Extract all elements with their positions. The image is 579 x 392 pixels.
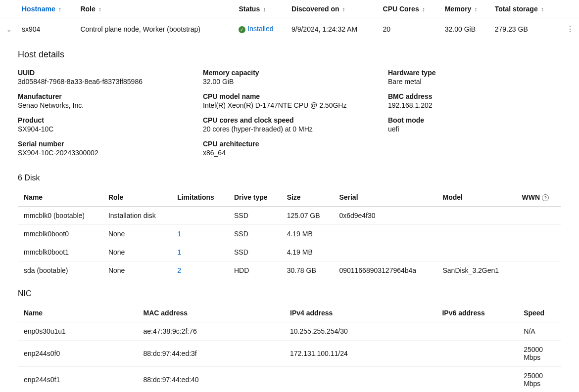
nic-col-speed: Speed	[518, 304, 561, 322]
disk-drivetype-cell: SSD	[228, 243, 281, 261]
disk-wwn-cell	[516, 207, 561, 225]
disk-col-size: Size	[281, 188, 334, 207]
bootmode-value: uefi	[388, 125, 561, 133]
disk-col-serial: Serial	[333, 188, 436, 207]
disk-wwn-cell	[516, 261, 561, 280]
uuid-value: 3d05848f-7968-8a33-8ea6-f8373ff85986	[18, 78, 191, 86]
disk-size-cell: 30.78 GB	[281, 261, 334, 280]
table-row: sda (bootable)None2HDD30.78 GB0901166890…	[18, 261, 561, 280]
nic-mac-cell: ae:47:38:9c:2f:76	[138, 322, 284, 341]
disk-serial-cell	[333, 243, 436, 261]
disk-drivetype-cell: SSD	[228, 225, 281, 243]
cpumodel-value: Intel(R) Xeon(R) D-1747NTE CPU @ 2.50GHz	[203, 101, 376, 109]
cpu-cell: 20	[379, 18, 441, 40]
disk-limitations-cell: 1	[171, 225, 228, 243]
col-cpu[interactable]: CPU Cores↕	[379, 0, 441, 18]
host-row: ⌄ sx904 Control plane node, Worker (boot…	[0, 18, 579, 40]
chevron-down-icon[interactable]: ⌄	[6, 26, 11, 33]
disk-name-cell: mmcblk0boot1	[18, 243, 102, 261]
table-row: enp244s0f088:dc:97:44:ed:3f172.131.100.1…	[18, 341, 561, 367]
limitation-link[interactable]: 1	[177, 248, 181, 256]
table-row: enp0s30u1u1ae:47:38:9c:2f:7610.255.255.2…	[18, 322, 561, 341]
nic-ipv4-cell: 10.255.255.254/30	[284, 322, 436, 341]
cpucores-label: CPU cores and clock speed	[203, 116, 376, 124]
nic-name-cell: enp0s30u1u1	[18, 322, 138, 341]
sort-asc-icon: ↑	[58, 6, 61, 13]
product-label: Product	[18, 116, 191, 124]
hwtype-value: Bare metal	[388, 78, 561, 86]
col-role[interactable]: Role↕	[76, 0, 235, 18]
nic-mac-cell: 88:dc:97:44:ed:3f	[138, 341, 284, 367]
memcap-label: Memory capacity	[203, 69, 376, 77]
serial-label: Serial number	[18, 140, 191, 148]
bootmode-label: Boot mode	[388, 116, 561, 124]
nic-ipv6-cell	[436, 341, 518, 367]
table-row: mmcblk0boot0None1SSD4.19 MB	[18, 225, 561, 243]
bmc-value: 192.168.1.202	[388, 101, 561, 109]
status-cell: ✓Installed	[235, 18, 288, 40]
cpuarch-label: CPU architecture	[203, 140, 376, 148]
disk-serial-cell	[333, 225, 436, 243]
col-discovered[interactable]: Discovered on↕	[288, 0, 379, 18]
col-memory[interactable]: Memory↕	[441, 0, 491, 18]
product-value: SX904-10C	[18, 125, 191, 133]
disk-size-cell: 4.19 MB	[281, 225, 334, 243]
nic-section-title: NIC	[18, 289, 561, 298]
limitation-link[interactable]: 1	[177, 230, 181, 238]
sort-icon: ↕	[541, 6, 544, 13]
manufacturer-value: Senao Networks, Inc.	[18, 101, 191, 109]
disk-col-name: Name	[18, 188, 102, 207]
check-circle-icon: ✓	[239, 26, 245, 33]
col-hostname[interactable]: Hostname↑	[18, 0, 76, 18]
nic-ipv6-cell	[436, 322, 518, 341]
nic-table: Name MAC address IPv4 address IPv6 addre…	[18, 304, 561, 392]
disk-name-cell: sda (bootable)	[18, 261, 102, 280]
host-details-panel: Host details UUID 3d05848f-7968-8a33-8ea…	[0, 40, 579, 392]
nic-ipv4-cell: 172.131.100.11/24	[284, 341, 436, 367]
serial-value: SX904-10C-20243300002	[18, 149, 191, 157]
col-storage[interactable]: Total storage↕	[491, 0, 561, 18]
disk-table: Name Role Limitations Drive type Size Se…	[18, 188, 561, 279]
disk-model-cell	[436, 207, 516, 225]
disk-col-role: Role	[102, 188, 171, 207]
hwtype-label: Hardware type	[388, 69, 561, 77]
disk-drivetype-cell: SSD	[228, 207, 281, 225]
disk-serial-cell: 0x6d9e4f30	[333, 207, 436, 225]
bmc-label: BMC address	[388, 92, 561, 100]
nic-col-name: Name	[18, 304, 138, 322]
kebab-menu-icon[interactable]: ⋮	[561, 18, 579, 40]
sort-icon: ↕	[263, 6, 266, 13]
disk-name-cell: mmcblk0boot0	[18, 225, 102, 243]
nic-ipv4-cell	[284, 367, 436, 392]
nic-mac-cell: 88:dc:97:44:ed:40	[138, 367, 284, 392]
limitation-link[interactable]: 2	[177, 266, 181, 274]
cpumodel-label: CPU model name	[203, 92, 376, 100]
nic-speed-cell: 25000 Mbps	[518, 341, 561, 367]
nic-col-mac: MAC address	[138, 304, 284, 322]
disk-model-cell: SanDisk_3.2Gen1	[436, 261, 516, 280]
sort-icon: ↕	[342, 6, 345, 13]
cpuarch-value: x86_64	[203, 149, 376, 157]
disk-limitations-cell: 1	[171, 243, 228, 261]
uuid-label: UUID	[18, 69, 191, 77]
disk-size-cell: 125.07 GB	[281, 207, 334, 225]
table-row: enp244s0f188:dc:97:44:ed:4025000 Mbps	[18, 367, 561, 392]
role-cell: Control plane node, Worker (bootstrap)	[76, 18, 235, 40]
help-icon[interactable]: ?	[542, 194, 549, 201]
host-details-title: Host details	[18, 49, 561, 60]
nic-col-ipv4: IPv4 address	[284, 304, 436, 322]
memcap-value: 32.00 GiB	[203, 78, 376, 86]
disk-col-drivetype: Drive type	[228, 188, 281, 207]
col-status[interactable]: Status↕	[235, 0, 288, 18]
disk-role-cell: None	[102, 261, 171, 280]
disk-role-cell: None	[102, 243, 171, 261]
disk-wwn-cell	[516, 243, 561, 261]
sort-icon: ↕	[98, 6, 101, 13]
disk-section-title: 6 Disk	[18, 174, 561, 182]
table-row: mmcblk0boot1None1SSD4.19 MB	[18, 243, 561, 261]
manufacturer-label: Manufacturer	[18, 92, 191, 100]
disk-serial-cell: 09011668903127964b4a	[333, 261, 436, 280]
disk-role-cell: None	[102, 225, 171, 243]
storage-cell: 279.23 GB	[491, 18, 561, 40]
discovered-cell: 9/9/2024, 1:24:32 AM	[288, 18, 379, 40]
